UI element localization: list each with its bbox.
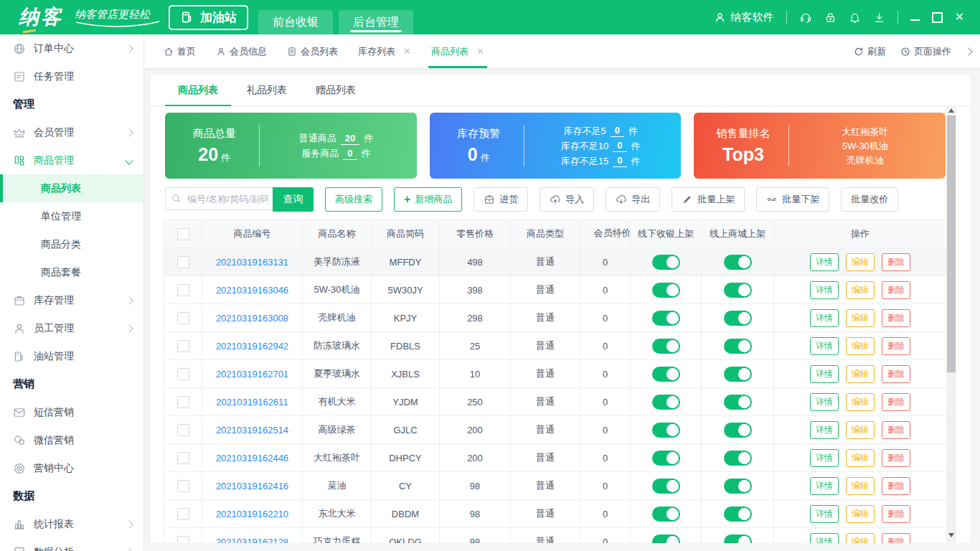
account-menu[interactable]: 纳客软件 bbox=[714, 11, 774, 24]
detail-button[interactable]: 详情 bbox=[810, 477, 839, 495]
goods-code-link[interactable]: 20210319162611 bbox=[216, 397, 288, 408]
opened-tab-member-info[interactable]: 会员信息 bbox=[216, 34, 267, 68]
sidebar-subitem-goods-list[interactable]: 商品列表 bbox=[0, 174, 143, 202]
opened-tab-stock-list[interactable]: 库存列表✕ bbox=[358, 34, 411, 68]
lock-icon[interactable] bbox=[824, 11, 837, 24]
edit-button[interactable]: 编辑 bbox=[846, 505, 875, 523]
scroll-up-arrow[interactable] bbox=[948, 108, 954, 113]
mall-shelf-toggle-on[interactable] bbox=[724, 367, 752, 382]
mall-shelf-toggle-on[interactable] bbox=[724, 395, 752, 410]
pos-shelf-toggle-on[interactable] bbox=[652, 311, 680, 326]
pos-shelf-toggle-on[interactable] bbox=[652, 534, 680, 544]
mall-shelf-toggle-on[interactable] bbox=[724, 451, 752, 466]
mall-shelf-toggle-on[interactable] bbox=[724, 311, 752, 326]
goods-code-link[interactable]: 20210319163046 bbox=[216, 285, 288, 296]
delete-button[interactable]: 删除 bbox=[882, 281, 910, 299]
row-checkbox[interactable] bbox=[177, 340, 189, 352]
delete-button[interactable]: 删除 bbox=[882, 477, 910, 495]
import-button[interactable]: 导入 bbox=[540, 187, 594, 212]
edit-button[interactable]: 编辑 bbox=[846, 449, 875, 467]
sidebar-item-report-stats[interactable]: 统计报表 bbox=[0, 510, 143, 538]
detail-button[interactable]: 详情 bbox=[810, 337, 839, 355]
row-checkbox[interactable] bbox=[177, 396, 189, 408]
delete-button[interactable]: 删除 bbox=[882, 449, 910, 467]
mall-shelf-toggle-on[interactable] bbox=[724, 479, 752, 494]
opened-tab-home[interactable]: 首页 bbox=[164, 34, 196, 68]
delete-button[interactable]: 删除 bbox=[882, 365, 910, 383]
edit-button[interactable]: 编辑 bbox=[846, 337, 875, 355]
batch-off-shelf-button[interactable]: 批量下架 bbox=[756, 187, 829, 212]
goods-code-link[interactable]: 20210319162210 bbox=[216, 509, 288, 519]
opened-tab-member-list[interactable]: 会员列表 bbox=[287, 34, 338, 68]
scrollbar-thumb[interactable] bbox=[947, 116, 956, 372]
delete-button[interactable]: 删除 bbox=[882, 393, 910, 411]
pos-shelf-toggle-on[interactable] bbox=[652, 451, 680, 466]
row-checkbox[interactable] bbox=[177, 424, 189, 436]
mall-shelf-toggle-on[interactable] bbox=[724, 423, 752, 438]
delete-button[interactable]: 删除 bbox=[882, 309, 910, 327]
close-button[interactable]: ✕ bbox=[955, 11, 964, 23]
batch-reprice-button[interactable]: 批量改价 bbox=[841, 187, 898, 212]
panel-tab-gift-list[interactable]: 礼品列表 bbox=[232, 75, 301, 105]
detail-button[interactable]: 详情 bbox=[810, 505, 839, 523]
detail-button[interactable]: 详情 bbox=[810, 449, 839, 467]
pos-shelf-toggle-on[interactable] bbox=[652, 339, 680, 354]
delete-button[interactable]: 删除 bbox=[882, 533, 910, 544]
pos-shelf-toggle-on[interactable] bbox=[652, 283, 680, 298]
gas-station-button[interactable]: 加油站 bbox=[169, 5, 248, 30]
row-checkbox[interactable] bbox=[177, 312, 189, 324]
edit-button[interactable]: 编辑 bbox=[846, 253, 875, 271]
edit-button[interactable]: 编辑 bbox=[846, 533, 875, 544]
minimize-button[interactable] bbox=[910, 14, 920, 21]
pos-shelf-toggle-on[interactable] bbox=[652, 479, 680, 494]
pos-shelf-toggle-on[interactable] bbox=[652, 255, 680, 270]
edit-button[interactable]: 编辑 bbox=[846, 309, 875, 327]
sidebar-item-stock-manage[interactable]: 库存管理 bbox=[0, 286, 143, 314]
row-checkbox[interactable] bbox=[177, 452, 189, 464]
detail-button[interactable]: 详情 bbox=[810, 253, 839, 271]
page-actions-button[interactable]: 页面操作 bbox=[900, 45, 951, 58]
add-product-button[interactable]: +新增商品 bbox=[394, 187, 462, 212]
sidebar-item-station-manage[interactable]: 油站管理 bbox=[0, 342, 143, 370]
goods-code-link[interactable]: 20210319162416 bbox=[216, 481, 288, 491]
search-button[interactable]: 查询 bbox=[273, 187, 314, 212]
sidebar-subitem-goods-combo[interactable]: 商品套餐 bbox=[0, 258, 143, 286]
row-checkbox[interactable] bbox=[177, 508, 189, 520]
close-icon[interactable]: ✕ bbox=[403, 46, 411, 57]
opened-tab-goods-list[interactable]: 商品列表✕ bbox=[431, 34, 484, 68]
detail-button[interactable]: 详情 bbox=[810, 393, 839, 411]
pos-shelf-toggle-on[interactable] bbox=[652, 507, 680, 522]
edit-button[interactable]: 编辑 bbox=[846, 421, 875, 439]
sidebar-item-sms-marketing[interactable]: 短信营销 bbox=[0, 398, 143, 426]
sidebar-item-order-center[interactable]: 订单中心 bbox=[0, 34, 143, 62]
download-icon[interactable] bbox=[873, 11, 885, 24]
sidebar-item-task-manage[interactable]: 任务管理 bbox=[0, 62, 143, 90]
refresh-button[interactable]: 刷新 bbox=[854, 45, 886, 58]
edit-button[interactable]: 编辑 bbox=[846, 393, 875, 411]
advanced-search-button[interactable]: 高级搜索 bbox=[325, 187, 382, 212]
sidebar-item-member-manage[interactable]: 会员管理 bbox=[0, 118, 143, 146]
purchase-in-button[interactable]: 进货 bbox=[473, 187, 528, 212]
export-button[interactable]: 导出 bbox=[606, 187, 660, 212]
pos-shelf-toggle-on[interactable] bbox=[652, 395, 680, 410]
panel-tab-goods-list[interactable]: 商品列表 bbox=[164, 75, 232, 105]
row-checkbox[interactable] bbox=[177, 284, 189, 296]
sidebar-item-goods-manage[interactable]: 商品管理 bbox=[0, 146, 143, 174]
goods-code-link[interactable]: 20210319162446 bbox=[216, 453, 288, 463]
row-checkbox[interactable] bbox=[177, 368, 189, 380]
sidebar-item-staff-manage[interactable]: 员工管理 bbox=[0, 314, 143, 342]
mall-shelf-toggle-on[interactable] bbox=[724, 283, 752, 298]
sidebar-item-data-analysis[interactable]: 数据分析 bbox=[0, 538, 143, 551]
topnav-tab-front-cashier[interactable]: 前台收银 bbox=[258, 10, 333, 34]
pos-shelf-toggle-on[interactable] bbox=[652, 423, 680, 438]
edit-button[interactable]: 编辑 bbox=[846, 281, 875, 299]
mall-shelf-toggle-on[interactable] bbox=[724, 534, 752, 544]
select-all-checkbox[interactable] bbox=[177, 228, 189, 240]
goods-code-link[interactable]: 20210319162128 bbox=[216, 537, 288, 544]
pos-shelf-toggle-on[interactable] bbox=[652, 367, 680, 382]
headset-icon[interactable] bbox=[799, 11, 812, 24]
topnav-tab-back-manage[interactable]: 后台管理 bbox=[339, 10, 413, 34]
detail-button[interactable]: 详情 bbox=[810, 309, 839, 327]
row-checkbox[interactable] bbox=[177, 256, 189, 268]
row-checkbox[interactable] bbox=[177, 536, 189, 543]
